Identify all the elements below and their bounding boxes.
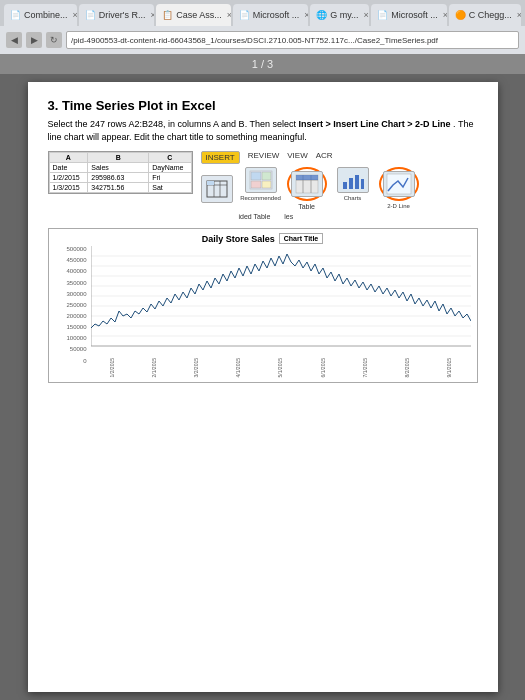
y-label-400000: 400000 — [55, 268, 87, 274]
x-axis-labels: 1/2/2015 2/1/2015 3/2/2015 4/1/2015 5/1/… — [91, 358, 471, 377]
section-title: 3. Time Series Plot in Excel — [48, 98, 478, 113]
table-highlight-circle — [287, 167, 327, 201]
tab-icon: 📄 — [85, 10, 96, 20]
y-axis: 500000 450000 400000 350000 300000 25000… — [55, 246, 87, 377]
col-header-b: B — [88, 153, 149, 163]
charts-label: Charts — [344, 195, 362, 201]
svg-rect-16 — [349, 178, 353, 189]
svg-rect-4 — [207, 181, 214, 185]
y-label-100000: 100000 — [55, 335, 87, 341]
ribbon-tab-acr[interactable]: ACR — [316, 151, 333, 164]
y-label-200000: 200000 — [55, 313, 87, 319]
cell-2a: 1/2/2015 — [49, 173, 88, 183]
ribbon-tab-view[interactable]: VIEW — [287, 151, 307, 164]
cell-2b: 295986.63 — [88, 173, 149, 183]
tab-icon: 📋 — [162, 10, 173, 20]
forward-button[interactable]: ▶ — [26, 32, 42, 48]
chart-container: Daily Store Sales Chart Title 500000 450… — [48, 228, 478, 382]
address-bar-row: ◀ ▶ ↻ /pid-4900553-dt-content-rid-660435… — [0, 26, 525, 54]
back-button[interactable]: ◀ — [6, 32, 22, 48]
tab-close-icon[interactable]: × — [443, 10, 447, 20]
tab-icon: 🟠 — [455, 10, 466, 20]
tab-drivers[interactable]: 📄 Driver's R... × — [79, 4, 155, 26]
x-label-5: 6/1/2015 — [320, 358, 326, 377]
ribbon-tab-review[interactable]: REVIEW — [248, 151, 280, 164]
svg-rect-15 — [343, 182, 347, 189]
browser-chrome: 📄 Combine... × 📄 Driver's R... × 📋 Case … — [0, 0, 525, 54]
y-label-450000: 450000 — [55, 257, 87, 263]
tab-close-icon[interactable]: × — [517, 10, 521, 20]
table-label: Table — [298, 203, 315, 210]
y-label-350000: 350000 — [55, 280, 87, 286]
ribbon-icons-row: Recommended — [201, 167, 419, 210]
col-header-a: A — [49, 153, 88, 163]
tab-combined[interactable]: 📄 Combine... × — [4, 4, 77, 26]
line-chart-highlight — [379, 167, 419, 201]
y-label-150000: 150000 — [55, 324, 87, 330]
line-chart-label: 2-D Line — [387, 203, 410, 209]
ribbon-tabs: INSERT REVIEW VIEW ACR — [201, 151, 333, 164]
chart-plot-area: 1/2/2015 2/1/2015 3/2/2015 4/1/2015 5/1/… — [91, 246, 471, 377]
y-label-500000: 500000 — [55, 246, 87, 252]
cell-1b: Sales — [88, 163, 149, 173]
ribbon-tab-insert[interactable]: INSERT — [201, 151, 240, 164]
svg-rect-19 — [387, 174, 411, 194]
y-label-0: 0 — [55, 358, 87, 364]
y-label-50000: 50000 — [55, 346, 87, 352]
ribbon-icon-table — [201, 175, 233, 203]
cell-1a: Date — [49, 163, 88, 173]
chart-svg — [91, 246, 471, 356]
recommended-icon — [245, 167, 277, 193]
chart-inner: 500000 450000 400000 350000 300000 25000… — [55, 246, 471, 377]
table-icon — [291, 171, 323, 197]
tab-close-icon[interactable]: × — [150, 10, 154, 20]
spreadsheet: A B C Date Sales DayName 1/2/2015 295986… — [48, 151, 193, 194]
tab-close-icon[interactable]: × — [364, 10, 369, 20]
tab-close-icon[interactable]: × — [304, 10, 308, 20]
recommended-option: Recommended — [241, 167, 281, 201]
svg-rect-6 — [251, 172, 261, 180]
recommended-label: Recommended — [240, 195, 281, 201]
x-label-8: 9/1/2015 — [446, 358, 452, 377]
svg-rect-14 — [296, 175, 318, 180]
charts-option: Charts — [333, 167, 373, 201]
x-label-7: 8/2/2015 — [404, 358, 410, 377]
tab-case-ass[interactable]: 📋 Case Ass... × — [156, 4, 231, 26]
x-label-4: 5/1/2015 — [277, 358, 283, 377]
insert-options: Recommended — [241, 167, 419, 210]
tab-icon: 📄 — [239, 10, 250, 20]
tab-bar: 📄 Combine... × 📄 Driver's R... × 📋 Case … — [0, 0, 525, 26]
y-label-300000: 300000 — [55, 291, 87, 297]
svg-rect-17 — [355, 175, 359, 189]
x-label-6: 7/1/2015 — [362, 358, 368, 377]
pdf-page: 3. Time Series Plot in Excel Select the … — [28, 82, 498, 692]
chart-title-placeholder: Chart Title — [279, 233, 324, 244]
reload-button[interactable]: ↻ — [46, 32, 62, 48]
cell-3c: Sat — [149, 183, 191, 193]
tab-icon: 🌐 — [316, 10, 327, 20]
cell-1c: DayName — [149, 163, 191, 173]
line-chart-icon — [383, 171, 415, 197]
line-chart-option: 2-D Line — [379, 167, 419, 209]
address-input[interactable]: /pid-4900553-dt-content-rid-66043568_1/c… — [66, 31, 519, 49]
tab-google[interactable]: 🌐 G my... × — [310, 4, 369, 26]
tab-microsoft1[interactable]: 📄 Microsoft ... × — [233, 4, 308, 26]
tab-microsoft2[interactable]: 📄 Microsoft ... × — [371, 4, 446, 26]
cell-3a: 1/3/2015 — [49, 183, 88, 193]
table-icon-box — [201, 175, 233, 203]
tab-icon: 📄 — [377, 10, 388, 20]
tab-chegg[interactable]: 🟠 C Chegg... × — [449, 4, 521, 26]
tab-close-icon[interactable]: × — [227, 10, 231, 20]
svg-rect-18 — [361, 179, 364, 189]
pdf-area: 3. Time Series Plot in Excel Select the … — [0, 74, 525, 700]
x-label-3: 4/1/2015 — [235, 358, 241, 377]
chart-title-row: Daily Store Sales Chart Title — [55, 233, 471, 244]
tab-close-icon[interactable]: × — [73, 10, 77, 20]
ribbon-area: INSERT REVIEW VIEW ACR — [201, 151, 478, 220]
ided-table-label: ided Table — [239, 213, 271, 220]
excel-area: A B C Date Sales DayName 1/2/2015 295986… — [48, 151, 478, 220]
cell-3b: 342751.56 — [88, 183, 149, 193]
col-header-c: C — [149, 153, 191, 163]
cell-2c: Fri — [149, 173, 191, 183]
section-description: Select the 247 rows A2:B248, in columns … — [48, 118, 478, 143]
